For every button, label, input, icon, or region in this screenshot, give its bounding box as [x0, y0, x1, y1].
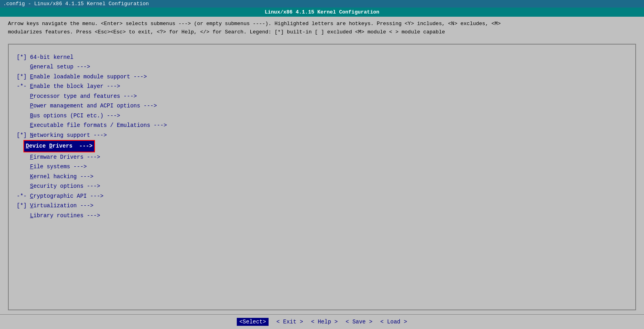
menu-content: [*] 64-bit kernel General setup --->[*] … — [9, 49, 635, 225]
menu-item[interactable]: Bus options (PCI etc.) ---> — [17, 111, 627, 121]
menu-item[interactable]: [*] Virtualization ---> — [17, 201, 627, 211]
kernel-config-title-text: Linux/x86 4.1.15 Kernel Configuration — [265, 9, 379, 15]
menu-item[interactable]: Firmware Drivers ---> — [17, 152, 627, 162]
menu-item[interactable]: Device Drivers ---> — [17, 140, 627, 152]
menu-item[interactable]: General setup ---> — [17, 62, 627, 72]
menu-item[interactable]: [*] Enable loadable module support ---> — [17, 72, 627, 82]
kernel-config-title: Linux/x86 4.1.15 Kernel Configuration — [0, 8, 644, 17]
menu-item[interactable]: Kernel hacking ---> — [17, 172, 627, 182]
bottom-button-bar: <Select> < Exit > < Help > < Save > < Lo… — [0, 314, 644, 329]
menu-item[interactable]: [*] Networking support ---> — [17, 130, 627, 140]
menu-item[interactable]: [*] 64-bit kernel — [17, 53, 627, 62]
menu-item[interactable]: File systems ---> — [17, 162, 627, 172]
help-text-area: Arrow keys navigate the menu. <Enter> se… — [0, 17, 644, 40]
menu-item[interactable]: Library routines ---> — [17, 211, 627, 221]
help-button[interactable]: < Help > — [311, 319, 338, 325]
main-content-area: [*] 64-bit kernel General setup --->[*] … — [0, 40, 644, 314]
help-line2: modularizes features. Press <Esc><Esc> t… — [8, 28, 636, 37]
menu-item[interactable]: Processor type and features ---> — [17, 91, 627, 101]
menu-item[interactable]: -*- Cryptographic API ---> — [17, 191, 627, 201]
main-window: .config - Linux/x86 4.1.15 Kernel Config… — [0, 0, 644, 329]
load-button[interactable]: < Load > — [380, 319, 407, 325]
menu-item[interactable]: Power management and ACPI options ---> — [17, 101, 627, 111]
window-title-bar: .config - Linux/x86 4.1.15 Kernel Config… — [0, 0, 644, 8]
help-line1: Arrow keys navigate the menu. <Enter> se… — [8, 20, 636, 28]
selected-menu-item[interactable]: Device Drivers ---> — [23, 140, 95, 152]
select-button[interactable]: <Select> — [237, 318, 268, 326]
menu-item[interactable]: Executable file formats / Emulations ---… — [17, 121, 627, 130]
exit-button[interactable]: < Exit > — [277, 319, 303, 325]
save-button[interactable]: < Save > — [346, 319, 372, 325]
window-title-text: .config - Linux/x86 4.1.15 Kernel Config… — [3, 1, 149, 7]
menu-item[interactable]: Security options ---> — [17, 181, 627, 191]
menu-item[interactable]: -*- Enable the block layer ---> — [17, 82, 627, 91]
menu-box: [*] 64-bit kernel General setup --->[*] … — [8, 44, 636, 310]
